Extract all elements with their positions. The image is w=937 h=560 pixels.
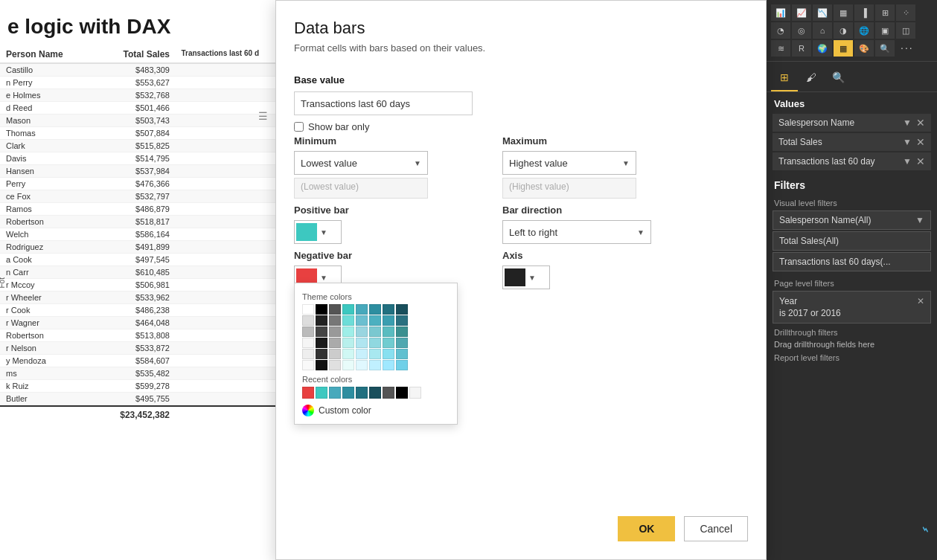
theme-color-cell[interactable]: [302, 349, 314, 359]
theme-color-cell[interactable]: [302, 360, 314, 370]
custom-color-row[interactable]: Custom color: [295, 400, 457, 418]
theme-color-cell[interactable]: [316, 315, 327, 326]
viz-icon-gauge[interactable]: ◑: [834, 22, 853, 39]
viz-icon-pie[interactable]: ◔: [771, 22, 790, 39]
theme-color-cell[interactable]: [383, 326, 394, 337]
theme-color-cell[interactable]: [302, 338, 314, 348]
filter-chip-salesperson[interactable]: Salesperson Name(All) ▼: [773, 210, 931, 230]
chip-x2[interactable]: ✕: [916, 136, 925, 148]
chip-x3[interactable]: ✕: [916, 155, 925, 167]
theme-color-cell[interactable]: [383, 349, 394, 359]
theme-color-cell[interactable]: [369, 304, 381, 315]
theme-color-cell[interactable]: [369, 315, 381, 326]
tab-analytics[interactable]: 🔍: [825, 65, 851, 91]
theme-color-cell[interactable]: [356, 326, 368, 337]
theme-color-cell[interactable]: [356, 360, 368, 370]
theme-color-cell[interactable]: [329, 338, 341, 348]
tab-fields[interactable]: ⊞: [771, 65, 798, 91]
theme-color-cell[interactable]: [342, 338, 354, 348]
viz-icon-table[interactable]: ▦: [834, 40, 853, 57]
viz-icon-map[interactable]: ◫: [896, 22, 915, 39]
theme-color-cell[interactable]: [342, 304, 354, 315]
recent-color-cell[interactable]: [396, 387, 408, 399]
viz-icon-donut[interactable]: ◎: [792, 22, 811, 39]
theme-color-cell[interactable]: [316, 338, 327, 348]
hamburger-icon[interactable]: ☰: [258, 110, 268, 122]
viz-icon-r[interactable]: R: [792, 40, 811, 57]
recent-color-cell[interactable]: [302, 387, 314, 399]
theme-color-cell[interactable]: [329, 326, 341, 337]
field-chip-total-sales[interactable]: Total Sales ▼ ✕: [773, 133, 931, 151]
viz-icon-col[interactable]: ▐: [854, 4, 874, 21]
viz-icon-scatter[interactable]: ⁘: [896, 4, 915, 21]
theme-color-cell[interactable]: [356, 349, 368, 359]
recent-color-cell[interactable]: [356, 387, 368, 399]
ok-button[interactable]: OK: [618, 516, 675, 541]
theme-color-cell[interactable]: [396, 338, 408, 348]
theme-color-cell[interactable]: [369, 338, 381, 348]
axis-color-btn[interactable]: ▼: [502, 265, 550, 289]
viz-icon-paint[interactable]: 🎨: [854, 40, 874, 57]
maximum-dropdown[interactable]: Highest value ▼: [502, 151, 636, 175]
theme-color-cell[interactable]: [356, 304, 368, 315]
viz-icon-waterfall[interactable]: ≋: [771, 40, 790, 57]
theme-color-cell[interactable]: [356, 315, 368, 326]
viz-icon-combo[interactable]: ⊞: [875, 4, 895, 21]
theme-color-cell[interactable]: [383, 304, 394, 315]
theme-color-cell[interactable]: [396, 315, 408, 326]
theme-color-cell[interactable]: [396, 360, 408, 370]
field-chip-transactions[interactable]: Transactions last 60 day ▼ ✕: [773, 152, 931, 170]
tab-format[interactable]: 🖌: [798, 65, 825, 91]
theme-color-cell[interactable]: [329, 304, 341, 315]
theme-color-cell[interactable]: [329, 315, 341, 326]
theme-color-cell[interactable]: [356, 338, 368, 348]
bar-direction-dropdown[interactable]: Left to right ▼: [502, 220, 651, 244]
base-value-select[interactable]: Transactions last 60 days: [294, 91, 473, 115]
theme-color-cell[interactable]: [316, 304, 327, 315]
viz-icon-bar[interactable]: 📊: [771, 4, 790, 21]
theme-color-cell[interactable]: [329, 360, 341, 370]
theme-color-cell[interactable]: [396, 349, 408, 359]
viz-icon-globe[interactable]: 🌐: [854, 22, 874, 39]
theme-color-cell[interactable]: [316, 349, 327, 359]
recent-color-cell[interactable]: [409, 387, 421, 399]
theme-color-cell[interactable]: [396, 326, 408, 337]
recent-color-cell[interactable]: [383, 387, 394, 399]
theme-color-cell[interactable]: [302, 315, 314, 326]
field-chip-salesperson[interactable]: Salesperson Name ▼ ✕: [773, 114, 931, 132]
theme-color-cell[interactable]: [369, 360, 381, 370]
minimum-dropdown[interactable]: Lowest value ▼: [294, 151, 428, 175]
theme-color-cell[interactable]: [342, 315, 354, 326]
filter-chip-transactions[interactable]: Transactions last 60 days(...: [773, 252, 931, 271]
theme-color-cell[interactable]: [369, 349, 381, 359]
theme-color-cell[interactable]: [396, 304, 408, 315]
cancel-button[interactable]: Cancel: [684, 516, 748, 541]
theme-color-cell[interactable]: [302, 304, 314, 315]
viz-icon-search[interactable]: 🔍: [875, 40, 895, 57]
chip-x[interactable]: ✕: [916, 117, 925, 129]
theme-color-cell[interactable]: [342, 349, 354, 359]
theme-color-cell[interactable]: [302, 326, 314, 337]
positive-bar-color-btn[interactable]: ▼: [294, 220, 342, 244]
theme-color-cell[interactable]: [383, 315, 394, 326]
theme-color-cell[interactable]: [329, 349, 341, 359]
recent-color-cell[interactable]: [342, 387, 354, 399]
recent-color-cell[interactable]: [316, 387, 327, 399]
recent-color-cell[interactable]: [329, 387, 341, 399]
viz-icon-globe2[interactable]: 🌍: [813, 40, 832, 57]
theme-color-cell[interactable]: [316, 360, 327, 370]
theme-color-cell[interactable]: [383, 360, 394, 370]
viz-icon-area[interactable]: 📉: [813, 4, 832, 21]
viz-icon-stacked[interactable]: ▦: [834, 4, 853, 21]
viz-icon-funnel[interactable]: ⌂: [813, 22, 832, 39]
show-bar-only-checkbox[interactable]: [294, 122, 304, 132]
theme-color-cell[interactable]: [316, 326, 327, 337]
theme-color-cell[interactable]: [383, 338, 394, 348]
theme-color-cell[interactable]: [342, 360, 354, 370]
year-filter-close[interactable]: ✕: [917, 296, 924, 306]
theme-color-cell[interactable]: [369, 326, 381, 337]
viz-icon-line[interactable]: 📈: [792, 4, 811, 21]
theme-color-cell[interactable]: [342, 326, 354, 337]
viz-icon-treemap[interactable]: ▣: [875, 22, 895, 39]
recent-color-cell[interactable]: [369, 387, 381, 399]
